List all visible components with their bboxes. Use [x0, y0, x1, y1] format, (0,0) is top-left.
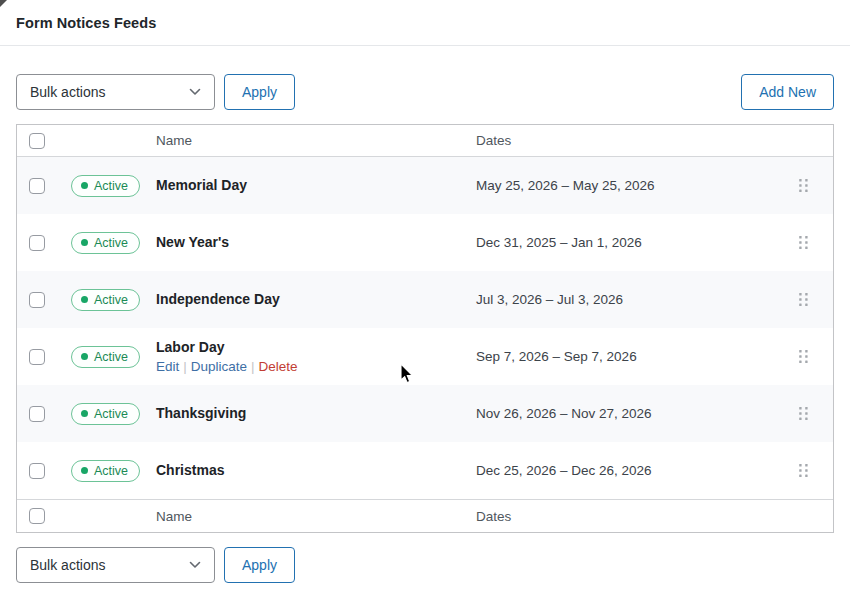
status-badge: Active — [71, 232, 140, 254]
chevron-down-icon — [189, 561, 201, 569]
feeds-table: Name Dates Active Memorial Day May 25, 2… — [16, 124, 834, 533]
row-checkbox[interactable] — [29, 178, 45, 194]
bulk-actions-selected-value-bottom: Bulk actions — [30, 557, 105, 573]
status-badge: Active — [71, 289, 140, 311]
column-footer-dates: Dates — [476, 509, 773, 524]
drag-handle-icon[interactable] — [795, 460, 812, 481]
status-dot-icon — [81, 296, 88, 303]
status-dot-icon — [81, 182, 88, 189]
feed-name[interactable]: Memorial Day — [156, 177, 476, 194]
status-badge: Active — [71, 175, 140, 197]
page-header: Form Notices Feeds — [0, 0, 850, 46]
table-footer-row: Name Dates — [17, 499, 833, 532]
column-header-dates: Dates — [476, 133, 773, 148]
drag-handle-icon[interactable] — [795, 232, 812, 253]
feed-name[interactable]: Thanksgiving — [156, 405, 476, 422]
column-footer-name: Name — [156, 509, 476, 524]
status-badge: Active — [71, 403, 140, 425]
feed-dates: Dec 25, 2026 – Dec 26, 2026 — [476, 463, 773, 478]
feed-name[interactable]: New Year's — [156, 234, 476, 251]
feed-dates: Jul 3, 2026 – Jul 3, 2026 — [476, 292, 773, 307]
bulk-actions-select[interactable]: Bulk actions — [16, 74, 215, 110]
drag-handle-icon[interactable] — [795, 346, 812, 367]
table-row: Active New Year's Dec 31, 2025 – Jan 1, … — [17, 214, 833, 271]
column-header-name: Name — [156, 133, 476, 148]
row-checkbox[interactable] — [29, 349, 45, 365]
toolbar-top: Bulk actions Apply Add New — [16, 74, 834, 110]
add-new-button[interactable]: Add New — [741, 74, 834, 110]
drag-handle-icon[interactable] — [795, 175, 812, 196]
page-title: Form Notices Feeds — [16, 15, 156, 31]
feed-name[interactable]: Labor Day — [156, 339, 476, 356]
feed-name[interactable]: Independence Day — [156, 291, 476, 308]
status-dot-icon — [81, 239, 88, 246]
status-dot-icon — [81, 467, 88, 474]
row-action-edit[interactable]: Edit — [156, 359, 179, 374]
row-actions: Edit|Duplicate|Delete — [156, 359, 476, 375]
row-checkbox[interactable] — [29, 235, 45, 251]
table-header-row: Name Dates — [17, 125, 833, 157]
feed-dates: Dec 31, 2025 – Jan 1, 2026 — [476, 235, 773, 250]
feed-dates: May 25, 2026 – May 25, 2026 — [476, 178, 773, 193]
table-body: Active Memorial Day May 25, 2026 – May 2… — [17, 157, 833, 499]
bulk-actions-select-bottom[interactable]: Bulk actions — [16, 547, 215, 583]
status-dot-icon — [81, 353, 88, 360]
apply-button-bottom[interactable]: Apply — [224, 547, 295, 583]
feed-dates: Sep 7, 2026 – Sep 7, 2026 — [476, 349, 773, 364]
table-row: Active Independence Day Jul 3, 2026 – Ju… — [17, 271, 833, 328]
status-badge: Active — [71, 346, 140, 368]
select-all-checkbox[interactable] — [29, 133, 45, 149]
row-checkbox[interactable] — [29, 292, 45, 308]
feed-dates: Nov 26, 2026 – Nov 27, 2026 — [476, 406, 773, 421]
drag-handle-icon[interactable] — [795, 403, 812, 424]
row-checkbox[interactable] — [29, 406, 45, 422]
bulk-actions-selected-value: Bulk actions — [30, 84, 105, 100]
status-dot-icon — [81, 410, 88, 417]
chevron-down-icon — [189, 88, 201, 96]
table-row: Active Memorial Day May 25, 2026 – May 2… — [17, 157, 833, 214]
feed-name[interactable]: Christmas — [156, 462, 476, 479]
screen-corner-artifact — [0, 0, 7, 7]
action-separator: | — [251, 359, 255, 374]
row-action-duplicate[interactable]: Duplicate — [191, 359, 247, 374]
drag-handle-icon[interactable] — [795, 289, 812, 310]
status-badge: Active — [71, 460, 140, 482]
select-all-checkbox-footer[interactable] — [29, 508, 45, 524]
apply-button[interactable]: Apply — [224, 74, 295, 110]
toolbar-bottom: Bulk actions Apply — [16, 547, 834, 583]
table-row: Active Labor Day Edit|Duplicate|Delete S… — [17, 328, 833, 385]
row-action-delete[interactable]: Delete — [259, 359, 298, 374]
action-separator: | — [183, 359, 187, 374]
table-row: Active Thanksgiving Nov 26, 2026 – Nov 2… — [17, 385, 833, 442]
row-checkbox[interactable] — [29, 463, 45, 479]
table-row: Active Christmas Dec 25, 2026 – Dec 26, … — [17, 442, 833, 499]
